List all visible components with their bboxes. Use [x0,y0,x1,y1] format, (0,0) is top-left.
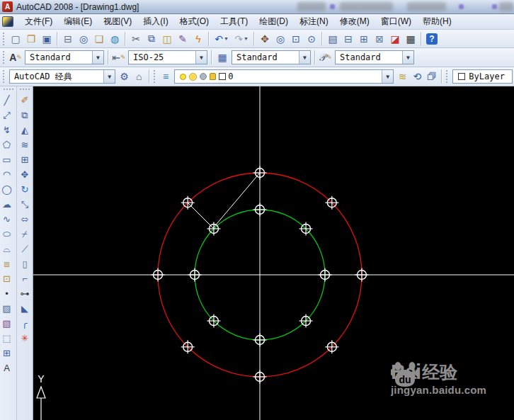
toolbar-grip[interactable] [3,70,6,83]
toolbar-grip[interactable] [154,70,156,83]
publish-button[interactable]: ❏ [91,31,107,47]
construction-line-button[interactable]: ⤢ [0,108,14,123]
region-button[interactable]: ⬚ [0,331,14,346]
menu-modify[interactable]: 修改(M) [334,13,375,30]
table-style-combo[interactable]: Standard ▼ [232,50,311,64]
sheet-set-manager-button[interactable]: ⊠ [372,31,387,47]
menu-dimension[interactable]: 标注(N) [294,13,334,30]
layer-states-icon[interactable]: 🗇 [425,69,440,84]
menu-view[interactable]: 视图(V) [98,13,137,30]
fillet-button[interactable]: ╭ [18,316,33,331]
layer-previous-icon[interactable]: ⟲ [410,69,425,84]
toolbar-grip[interactable] [4,89,13,91]
plot-button[interactable]: ⊟ [60,31,76,47]
revision-cloud-button[interactable]: ☁ [0,197,14,212]
text-style-icon[interactable]: A✎ [8,50,23,65]
design-center-button[interactable]: ⊟ [341,31,356,47]
redo-button[interactable]: ↷▼ [232,31,251,47]
erase-button[interactable]: ✐ [18,93,33,108]
tool-palettes-button[interactable]: ⊞ [356,31,372,47]
chevron-down-icon[interactable]: ▼ [195,51,207,64]
chamfer-button[interactable]: ◣ [18,301,33,316]
dim-style-combo[interactable]: ISO-25 ▼ [128,50,207,64]
toolbar-grip[interactable] [446,70,449,83]
my-workspace-icon[interactable]: ⌂ [132,69,147,84]
menu-help[interactable]: 帮助(H) [417,13,457,30]
quick-calc-button[interactable]: ▦ [403,31,418,47]
paste-button[interactable]: ◫ [159,31,175,47]
insert-block-button[interactable]: ⧈ [0,256,14,271]
menu-draw[interactable]: 绘图(D) [253,13,294,30]
arc-button[interactable]: ◠ [0,167,14,182]
menu-file[interactable]: 文件(F) [19,13,58,30]
layer-lock-icon[interactable] [210,73,216,80]
extend-button[interactable]: ⟋ [18,242,33,256]
chevron-down-icon[interactable]: ▼ [402,51,413,64]
menu-format[interactable]: 格式(O) [174,13,215,30]
rotate-button[interactable]: ↻ [18,182,33,197]
trim-button[interactable]: ⌿ [18,227,33,242]
join-button[interactable]: ⊶ [18,286,33,301]
line-button[interactable]: ╱ [0,93,14,108]
circle-button[interactable]: ◯ [0,182,14,197]
pan-button[interactable]: ✥ [257,31,273,47]
menu-edit[interactable]: 编辑(E) [58,13,98,30]
workspace-settings-icon[interactable]: ⚙ [117,69,132,84]
zoom-window-button[interactable]: ⊡ [288,31,304,47]
chevron-down-icon[interactable]: ▼ [382,70,393,83]
zoom-previous-button[interactable]: ⊙ [304,31,319,47]
mirror-button[interactable]: ◭ [18,123,33,137]
drawing-canvas[interactable]: Y Bai du 经验 jingyan.baidu.com [33,86,514,420]
table-style-icon[interactable]: ▦ [215,50,230,65]
chevron-down-icon[interactable]: ▼ [299,51,310,64]
polygon-button[interactable]: ⬠ [0,137,14,152]
table-button[interactable]: ⊞ [0,346,14,361]
layer-combo[interactable]: 0 ▼ [174,69,394,84]
help-button[interactable]: ? [424,31,440,47]
plot-preview-button[interactable]: ◎ [76,31,91,47]
ellipse-arc-button[interactable]: ⌓ [0,242,14,256]
color-combo[interactable]: ByLayer [452,69,513,84]
copy-button[interactable]: ⧉ [18,108,33,123]
break-at-point-button[interactable]: ▯ [18,256,33,271]
stretch-button[interactable]: ⬄ [18,212,33,227]
layer-thaw-icon[interactable] [189,73,197,81]
text-style-combo[interactable]: Standard ▼ [25,50,104,64]
new-button[interactable]: ▢ [8,31,23,47]
undo-button[interactable]: ↶▼ [212,31,232,47]
chevron-down-icon[interactable]: ▼ [92,51,103,64]
offset-button[interactable]: ≋ [18,137,33,152]
multileader-style-icon[interactable]: 𝒫✎ [318,50,333,65]
menu-window[interactable]: 窗口(W) [375,13,417,30]
make-object-layer-current-icon[interactable]: ≋ [395,69,410,84]
layer-vp-freeze-icon[interactable] [200,73,207,80]
hatch-button[interactable]: ▨ [0,301,14,316]
gradient-button[interactable]: ▧ [0,316,14,331]
dim-style-icon[interactable]: ⇤✎ [111,50,127,65]
explode-button[interactable]: ✳ [18,331,33,346]
menu-insert[interactable]: 插入(I) [137,13,173,30]
scale-button[interactable]: ⤡ [18,197,33,212]
chevron-down-icon[interactable]: ▼ [103,70,115,83]
properties-button[interactable]: ▤ [325,31,341,47]
open-button[interactable]: ❐ [23,31,39,47]
cut-button[interactable]: ✂ [128,31,144,47]
spline-button[interactable]: ∿ [0,212,14,227]
copy-clip-button[interactable]: ⧉ [144,31,159,47]
menu-tools[interactable]: 工具(T) [215,13,253,30]
toolbar-grip[interactable] [3,51,6,64]
block-editor-button[interactable]: ϟ [190,31,206,47]
array-button[interactable]: ⊞ [18,152,33,167]
make-block-button[interactable]: ⊡ [0,271,14,286]
publish-web-button[interactable]: ◍ [107,31,122,47]
save-button[interactable]: ▣ [39,31,55,47]
match-properties-button[interactable]: ✎ [175,31,190,47]
point-button[interactable]: • [0,286,14,301]
zoom-realtime-button[interactable]: ◎ [273,31,288,47]
rectangle-button[interactable]: ▭ [0,152,14,167]
layer-on-icon[interactable] [180,74,186,80]
polyline-button[interactable]: ↯ [0,123,14,137]
toolbar-grip[interactable] [3,33,6,45]
toolbar-grip[interactable] [20,89,30,91]
ellipse-button[interactable]: ⬭ [0,227,14,242]
